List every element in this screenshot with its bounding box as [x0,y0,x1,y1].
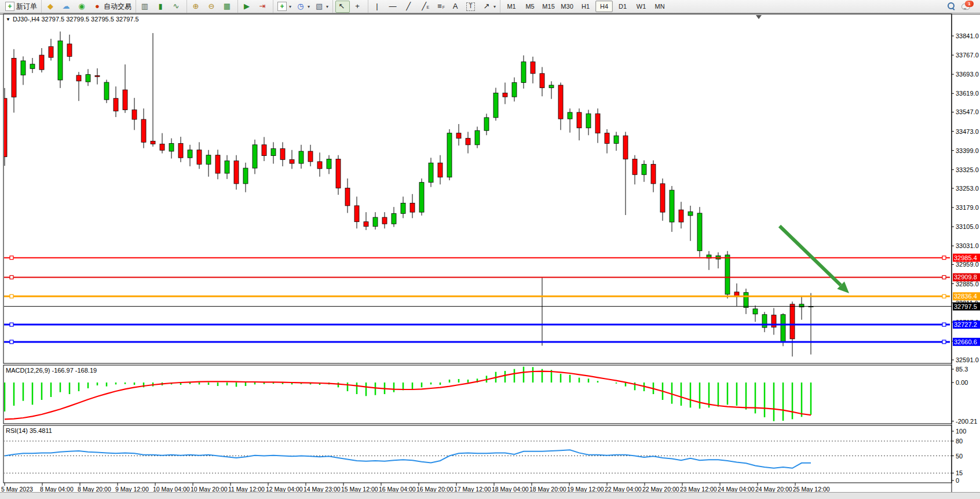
candlestick-mode-button[interactable]: ▮ [154,1,169,13]
toolbar-group: ▥▮∿ [136,0,187,13]
candle-body [373,217,378,227]
indicators-button[interactable]: +▾ [276,1,293,13]
tile-windows-button[interactable]: ▦ [221,1,235,13]
candle-body [521,62,526,83]
new-order-label: 新订单 [16,2,37,12]
auto-trading-button[interactable]: ●自动交易 [91,1,133,13]
zoom-out-button[interactable]: ⊖ [205,1,220,13]
search-icon[interactable] [948,2,956,10]
candle-body [632,159,637,174]
bar-chart-mode-button[interactable]: ▥ [138,1,153,13]
candle-body [21,61,25,75]
rsi-indicator-label: RSI(14) 35.4811 [6,427,52,434]
toolbar-group: +▾◷▾▧▾ [273,0,332,13]
zoom-out-icon: ⊖ [207,2,216,11]
candle-body [419,183,424,212]
candle-body [688,212,693,216]
rsi-axis-label: 50 [956,453,963,460]
autotrading-icon: ● [93,2,102,11]
indicators-icon: + [277,2,287,11]
candle-body [243,168,248,184]
candle-body [790,304,795,339]
crosshair-button[interactable]: + [351,1,365,13]
templates-dropdown-icon[interactable]: ▾ [326,4,328,9]
line-chart-icon: ∿ [171,2,181,11]
timeframe-h1-button[interactable]: H1 [577,1,594,12]
timeframe-d1-button[interactable]: D1 [614,1,631,12]
price-badge-label: 32727.2 [954,321,977,328]
timeframe-m5-button[interactable]: M5 [521,1,539,12]
candle-body [39,55,44,70]
bar-chart-icon: ▥ [140,2,149,11]
candle-body [595,114,600,133]
chart-shift-button[interactable]: ⇥ [256,1,270,13]
timeframe-mn-button[interactable]: MN [651,1,668,12]
candle-body [697,213,702,251]
arrow-objects-dropdown-icon[interactable]: ▾ [493,4,496,9]
candle-body [410,203,415,212]
clock-icon: ◷ [296,2,305,11]
candle-body [354,206,359,222]
chart-canvas[interactable]: 33841.033767.033693.033619.033547.033473… [0,0,980,499]
arrow-objects-button[interactable]: ↗▾ [480,1,498,13]
timeframe-h4-button[interactable]: H4 [595,1,613,12]
candle-body [623,136,628,159]
fibonacci-tool-button[interactable]: ≡F [433,1,448,13]
line-chart-mode-button[interactable]: ∿ [170,1,184,13]
candle-body [503,93,507,97]
candle-body [95,75,100,77]
candle-body [382,217,387,224]
toolbar-group: |—╱╱E≡FAT↗▾ [368,0,500,13]
y-axis-tick-label: 33547.0 [956,108,979,115]
timeframe-m30-button[interactable]: M30 [558,1,576,12]
timeframe-m1-button[interactable]: M1 [503,1,520,12]
periods-dropdown-icon[interactable]: ▾ [308,4,310,9]
cursor-button[interactable]: ↖ [335,1,350,13]
chat-icon[interactable]: 1 [961,2,972,11]
macd-indicator-label: MACD(12,26,9) -166.97 -168.19 [6,367,97,374]
candle-body [169,144,174,151]
price-badge-label: 32836.4 [954,293,977,300]
indicators-dropdown-icon[interactable]: ▾ [289,4,291,9]
trendline-icon: ╱ [404,2,413,11]
candle-body [327,159,331,169]
candle-body [132,110,137,119]
vertical-line-tool-button[interactable]: | [371,1,385,13]
chat-badge: 1 [965,1,974,7]
new-order-button[interactable]: +新订单 [3,1,39,13]
candle-body [188,150,192,158]
text-label-tool-button[interactable]: T [465,1,479,13]
auto-scroll-button[interactable]: ▶ [240,1,255,13]
tile-windows-icon: ▦ [222,2,232,11]
timeframe-w1-button[interactable]: W1 [632,1,650,12]
template-icon: ▧ [315,2,324,11]
candle-body [493,93,498,117]
candle-body [651,164,656,184]
candle-body [197,150,202,165]
zoom-in-button[interactable]: ⊕ [189,1,204,13]
timeframe-m15-button[interactable]: M15 [540,1,557,12]
candle-body [114,99,118,111]
periods-button[interactable]: ◷▾ [294,1,312,13]
templates-button[interactable]: ▧▾ [313,1,330,13]
symbol-dropdown-icon[interactable]: ▼ [6,17,10,22]
text-tool-button[interactable]: A [449,1,463,13]
pivot-orange-marker [10,294,13,298]
candle-body [336,159,341,188]
quotes-button[interactable]: ◆ [44,1,58,13]
candle-body [12,58,16,97]
macd-axis-label: 0.00 [956,379,968,386]
charts-cloud-button[interactable]: ☁ [60,1,74,13]
resistance-2-marker [10,275,13,279]
support-1-marker [942,323,946,326]
price-badge-label: 32909.8 [954,274,977,281]
trendline-tool-button[interactable]: ╱ [402,1,416,13]
candle-body [141,119,146,142]
equidistant-channel-tool-button[interactable]: ╱E [418,1,432,13]
candle-body [568,112,572,119]
signals-button[interactable]: ◉ [75,1,90,13]
text-label-icon: T [466,2,475,11]
candle-body [456,133,461,139]
horizontal-line-tool-button[interactable]: — [386,1,401,13]
chart-title: ▼DJ30-,H4 32797.5 32799.5 32795.5 32797.… [6,16,139,23]
